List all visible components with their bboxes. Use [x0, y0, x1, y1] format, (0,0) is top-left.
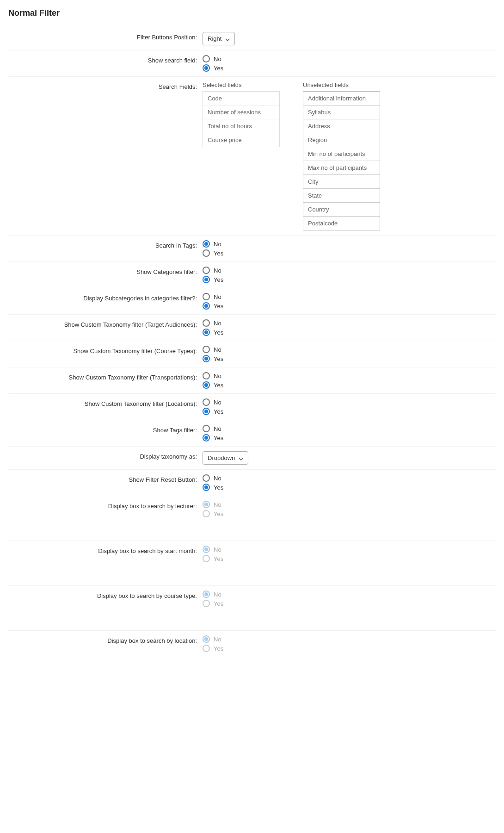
show-tags-filter-option-yes[interactable]: Yes [203, 434, 223, 441]
show-categories-filter-radio-group: NoYes [203, 267, 223, 283]
radio-icon [203, 302, 210, 310]
show-taxonomy-locations-option-no[interactable]: No [203, 398, 223, 406]
display-box-lecturer-option-no: No [203, 501, 223, 508]
show-search-field-radio-group: NoYes [203, 55, 223, 72]
field-item[interactable]: Postalcode [303, 217, 380, 230]
display-box-location-option-yes: Yes [203, 645, 223, 652]
show-filter-reset-button-label: Show Filter Reset Button: [8, 474, 203, 491]
show-taxonomy-transportations-option-yes[interactable]: Yes [203, 381, 223, 389]
show-categories-filter-label: Show Categories filter: [8, 267, 203, 283]
display-box-lecturer-label: Display box to search by lecturer: [8, 501, 203, 517]
radio-icon [203, 319, 210, 327]
field-item[interactable]: Total no of hours [203, 119, 279, 133]
field-item[interactable]: Code [203, 92, 279, 106]
radio-label: No [214, 241, 221, 248]
radio-icon [203, 240, 210, 248]
selected-fields-list: CodeNumber of sessionsTotal no of hoursC… [203, 91, 280, 147]
display-box-course-type-option-yes: Yes [203, 600, 223, 607]
show-taxonomy-course-types-option-no[interactable]: No [203, 346, 223, 353]
show-taxonomy-transportations-option-no[interactable]: No [203, 372, 223, 379]
display-box-course-type-option-no: No [203, 591, 223, 598]
show-filter-reset-button-radio-group: NoYes [203, 474, 223, 491]
chevron-down-icon [225, 37, 230, 41]
field-item[interactable]: State [303, 189, 380, 203]
radio-label: Yes [214, 250, 223, 257]
show-taxonomy-locations-label: Show Custom Taxonomy filter (Locations): [8, 398, 203, 415]
search-in-tags-radio-group: NoYes [203, 240, 223, 257]
field-item[interactable]: Min no of participants [303, 147, 380, 161]
radio-label: Yes [214, 65, 223, 72]
radio-icon [203, 425, 210, 432]
field-item[interactable]: Address [303, 119, 380, 133]
search-fields-label: Search Fields: [8, 81, 203, 230]
radio-label: No [214, 636, 221, 643]
display-subcategories-option-yes[interactable]: Yes [203, 302, 223, 310]
display-box-location-option-no: No [203, 635, 223, 643]
show-taxonomy-locations-option-yes[interactable]: Yes [203, 408, 223, 415]
display-taxonomy-as-value: Dropdown [208, 454, 235, 461]
radio-label: No [214, 346, 221, 353]
display-taxonomy-as-select[interactable]: Dropdown [203, 451, 248, 465]
show-search-field-option-no[interactable]: No [203, 55, 223, 62]
show-taxonomy-target-audiences-option-no[interactable]: No [203, 319, 223, 327]
radio-icon [203, 249, 210, 257]
radio-label: No [214, 546, 221, 553]
show-taxonomy-course-types-label: Show Custom Taxonomy filter (Course Type… [8, 346, 203, 362]
search-in-tags-option-yes[interactable]: Yes [203, 249, 223, 257]
row-display-box-course-type: Display box to search by course type: No… [8, 586, 496, 631]
radio-label: Yes [214, 276, 223, 283]
radio-icon [203, 555, 210, 562]
radio-icon [203, 293, 210, 300]
radio-icon [203, 329, 210, 336]
radio-label: Yes [214, 303, 223, 310]
show-filter-reset-button-option-no[interactable]: No [203, 474, 223, 482]
radio-icon [203, 355, 210, 362]
show-search-field-option-yes[interactable]: Yes [203, 64, 223, 72]
row-display-taxonomy-as: Display taxonomy as: Dropdown [8, 447, 496, 470]
show-tags-filter-label: Show Tags filter: [8, 425, 203, 441]
radio-icon [203, 267, 210, 274]
field-item[interactable]: Number of sessions [203, 106, 279, 119]
radio-icon [203, 591, 210, 598]
filter-buttons-position-value: Right [208, 35, 221, 42]
filter-buttons-position-select[interactable]: Right [203, 32, 235, 45]
show-taxonomy-course-types-option-yes[interactable]: Yes [203, 355, 223, 362]
display-box-start-month-label: Display box to search by start month: [8, 546, 203, 562]
radio-icon [203, 600, 210, 607]
radio-label: No [214, 320, 221, 327]
radio-label: No [214, 56, 221, 62]
display-box-course-type-label: Display box to search by course type: [8, 591, 203, 607]
field-item[interactable]: Region [303, 133, 380, 147]
field-item[interactable]: Max no of participants [303, 161, 380, 175]
row-show-taxonomy-transportations: Show Custom Taxonomy filter (Transportat… [8, 367, 496, 394]
row-show-categories-filter: Show Categories filter: NoYes [8, 262, 496, 288]
radio-label: Yes [214, 329, 223, 336]
show-categories-filter-option-no[interactable]: No [203, 267, 223, 274]
radio-icon [203, 501, 210, 508]
show-taxonomy-transportations-label: Show Custom Taxonomy filter (Transportat… [8, 372, 203, 389]
row-show-filter-reset-button: Show Filter Reset Button: NoYes [8, 470, 496, 496]
display-subcategories-option-no[interactable]: No [203, 293, 223, 300]
show-tags-filter-option-no[interactable]: No [203, 425, 223, 432]
show-taxonomy-target-audiences-radio-group: NoYes [203, 319, 223, 336]
radio-icon [203, 546, 210, 553]
display-box-location-radio-group: NoYes [203, 635, 223, 652]
row-search-in-tags: Search In Tags: NoYes [8, 236, 496, 262]
section-title: Normal Filter [8, 8, 496, 18]
radio-icon [203, 346, 210, 353]
search-in-tags-option-no[interactable]: No [203, 240, 223, 248]
field-item[interactable]: Additional information [303, 92, 380, 106]
field-item[interactable]: Course price [203, 133, 279, 147]
unselected-fields-list: Additional informationSyllabusAddressReg… [303, 91, 380, 230]
radio-label: No [214, 591, 221, 598]
field-item[interactable]: Country [303, 203, 380, 217]
field-item[interactable]: Syllabus [303, 106, 380, 119]
show-tags-filter-radio-group: NoYes [203, 425, 223, 441]
show-filter-reset-button-option-yes[interactable]: Yes [203, 484, 223, 491]
show-categories-filter-option-yes[interactable]: Yes [203, 276, 223, 283]
field-item[interactable]: City [303, 175, 380, 189]
show-taxonomy-target-audiences-option-yes[interactable]: Yes [203, 329, 223, 336]
row-filter-buttons-position: Filter Buttons Position: Right [8, 27, 496, 50]
radio-label: Yes [214, 408, 223, 415]
display-box-start-month-radio-group: NoYes [203, 546, 223, 562]
